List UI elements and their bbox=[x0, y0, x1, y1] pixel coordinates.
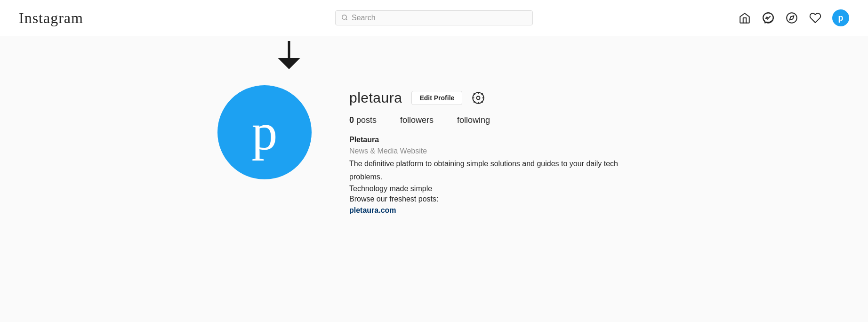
header: Instagram bbox=[0, 0, 868, 36]
profile-section: p pletaura Edit Profile 0 bbox=[199, 71, 669, 233]
profile-bio-line2: problems. bbox=[349, 171, 632, 183]
messenger-icon[interactable] bbox=[762, 11, 775, 24]
profile-top: p pletaura Edit Profile 0 bbox=[217, 85, 651, 215]
search-input[interactable] bbox=[352, 14, 527, 22]
posts-stat: 0 posts bbox=[349, 115, 377, 125]
following-stat[interactable]: following bbox=[457, 115, 490, 125]
search-bar bbox=[335, 10, 533, 25]
search-icon bbox=[341, 14, 348, 22]
profile-category: News & Media Website bbox=[349, 147, 651, 155]
profile-username: pletaura bbox=[349, 90, 402, 106]
profile-link[interactable]: pletaura.com bbox=[349, 206, 396, 214]
heart-icon[interactable] bbox=[809, 11, 822, 24]
posts-count: 0 bbox=[349, 115, 354, 125]
edit-profile-button[interactable]: Edit Profile bbox=[411, 91, 462, 105]
profile-info: pletaura Edit Profile 0 posts foll bbox=[349, 85, 651, 215]
svg-line-1 bbox=[346, 18, 347, 20]
down-arrow-icon bbox=[278, 41, 300, 69]
svg-marker-6 bbox=[278, 58, 300, 69]
svg-marker-4 bbox=[789, 16, 794, 20]
logo: Instagram bbox=[19, 9, 83, 27]
avatar-letter: p bbox=[838, 13, 844, 23]
profile-username-row: pletaura Edit Profile bbox=[349, 90, 651, 106]
explore-icon[interactable] bbox=[785, 11, 798, 24]
home-icon[interactable] bbox=[738, 11, 751, 24]
profile-avatar: p bbox=[217, 85, 312, 179]
svg-point-8 bbox=[477, 97, 480, 100]
profile-tagline: Technology made simple bbox=[349, 185, 651, 193]
user-avatar[interactable]: p bbox=[832, 9, 849, 26]
followers-label: followers bbox=[400, 115, 434, 125]
posts-label: posts bbox=[356, 115, 377, 125]
profile-avatar-letter: p bbox=[252, 106, 278, 158]
settings-icon[interactable] bbox=[472, 91, 485, 105]
profile-stats: 0 posts followers following bbox=[349, 115, 651, 125]
profile-cta: Browse our freshest posts: bbox=[349, 195, 651, 203]
profile-bio-line1: The definitive platform to obtaining sim… bbox=[349, 158, 632, 169]
profile-name: Pletaura bbox=[349, 136, 651, 144]
arrow-indicator bbox=[0, 36, 868, 71]
followers-stat[interactable]: followers bbox=[400, 115, 434, 125]
svg-point-3 bbox=[787, 13, 797, 23]
search-wrapper bbox=[335, 10, 533, 25]
nav-icons: p bbox=[738, 9, 849, 26]
following-label: following bbox=[457, 115, 490, 125]
